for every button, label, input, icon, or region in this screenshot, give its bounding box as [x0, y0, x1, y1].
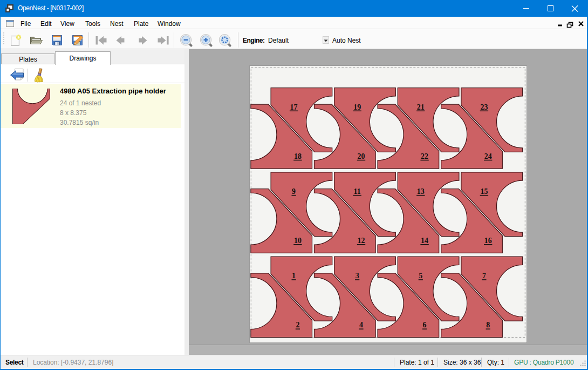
svg-text:15: 15 [480, 187, 488, 196]
svg-text:24: 24 [484, 152, 492, 160]
svg-text:23: 23 [480, 103, 488, 111]
svg-text:7: 7 [482, 272, 486, 280]
svg-text:13: 13 [417, 187, 425, 196]
svg-text:6: 6 [423, 321, 427, 329]
svg-text:12: 12 [358, 237, 365, 245]
svg-text:4: 4 [359, 321, 363, 329]
svg-text:16: 16 [484, 237, 492, 245]
svg-text:2: 2 [296, 321, 299, 329]
svg-text:8: 8 [486, 321, 490, 329]
svg-text:19: 19 [353, 103, 361, 111]
svg-text:1: 1 [292, 272, 296, 280]
svg-text:9: 9 [292, 187, 296, 196]
svg-text:11: 11 [354, 187, 361, 196]
svg-text:20: 20 [358, 152, 365, 160]
svg-text:10: 10 [294, 237, 302, 245]
svg-text:5: 5 [419, 272, 422, 280]
svg-text:14: 14 [421, 237, 428, 245]
svg-text:22: 22 [421, 152, 428, 160]
svg-text:21: 21 [417, 103, 425, 111]
svg-text:18: 18 [294, 152, 302, 160]
svg-text:17: 17 [290, 103, 298, 111]
svg-text:3: 3 [355, 272, 359, 280]
